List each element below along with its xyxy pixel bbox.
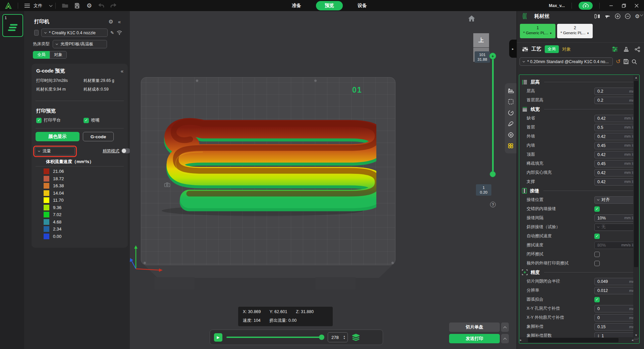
layer-slider-track[interactable] — [492, 56, 494, 174]
move-count-spinbox[interactable]: 278 ▲▼ — [328, 332, 348, 342]
undo-icon[interactable] — [97, 1, 106, 10]
3d-viewport[interactable]: 01 — [130, 11, 517, 349]
setting-checkbox-交错的内墙接缝[interactable]: ✓ — [594, 206, 600, 212]
tab-prepare[interactable]: 准备 — [288, 1, 305, 10]
setting-input-内部实心填充[interactable]: 0.42mm 或 — [594, 169, 639, 177]
filament-collapse-icon[interactable] — [640, 13, 643, 16]
search-settings-icon[interactable] — [632, 59, 637, 64]
scroll-up-icon[interactable]: ▲ — [635, 75, 638, 80]
flow-mode-select[interactable]: 流量 — [35, 147, 75, 155]
fan-support-icon[interactable] — [507, 120, 514, 127]
setting-input-X-Y 外轮廓尺寸补偿[interactable]: 0mm — [594, 314, 639, 321]
redo-icon[interactable] — [109, 1, 118, 10]
tab-preview[interactable]: 预览 — [316, 1, 343, 10]
close-button[interactable] — [632, 2, 641, 10]
open-folder-icon[interactable] — [61, 1, 69, 10]
setting-select-接缝位置[interactable]: 对齐 — [594, 196, 639, 204]
layer-range-slider[interactable]: 101 31.88 + 1 0.20 ? — [475, 51, 505, 216]
file-menu[interactable]: 文件 — [23, 1, 52, 10]
setting-input-分辨率[interactable]: 0.012mm — [594, 287, 639, 294]
scrollbar-thumb[interactable] — [634, 81, 638, 267]
scrollbar-thumb[interactable] — [528, 338, 619, 342]
color-display-button[interactable]: 颜色显示 — [36, 132, 79, 141]
scroll-down-icon[interactable]: ▼ — [635, 333, 638, 338]
timeline-slider[interactable] — [226, 337, 324, 338]
plate-thumbnail[interactable]: 1 — [2, 14, 23, 37]
setting-input-层高[interactable]: 0.2mm — [594, 88, 639, 95]
setting-input-顶面[interactable]: 0.42mm 或 — [594, 151, 639, 158]
wifi-icon[interactable] — [117, 31, 122, 35]
layer-view-icon[interactable] — [507, 98, 514, 105]
flush-faucet-icon[interactable] — [604, 13, 610, 19]
spinbox-arrows-icon[interactable]: ▲▼ — [343, 335, 345, 340]
reset-preset-icon[interactable]: ↺ — [616, 58, 621, 65]
remove-filament-icon[interactable] — [625, 13, 631, 19]
setting-checkbox-额外的外墙打印前擦拭[interactable] — [594, 261, 600, 266]
setting-input-缺省[interactable]: 0.42mm 或 — [594, 115, 639, 122]
home-view-icon[interactable] — [468, 15, 475, 22]
send-options-caret[interactable] — [501, 334, 509, 343]
printer-preset-select[interactable]: * Creality K1C 0.4 nozzle — [41, 29, 108, 37]
parameter-table-icon[interactable] — [612, 47, 618, 52]
flow-view-icon[interactable] — [507, 143, 514, 149]
setting-input-切片间隙闭合半径[interactable]: 0.049mm — [594, 278, 639, 285]
process-tab-global[interactable]: 全局 — [545, 45, 559, 53]
horizontal-scrollbar[interactable]: ▲ ▲ — [520, 337, 634, 343]
setting-select-斜拼接缝（试验）[interactable]: 无 — [594, 223, 639, 231]
simple-mode-toggle[interactable] — [121, 148, 130, 153]
speed-gauge-icon[interactable] — [507, 109, 514, 116]
process-tab-object[interactable]: 对象 — [562, 46, 571, 52]
printed-object[interactable] — [148, 112, 376, 219]
setting-input-擦拭速度[interactable]: 80%mm/s 或 — [594, 242, 639, 249]
restore-button[interactable] — [619, 2, 629, 10]
layer-slider-bottom-handle[interactable] — [490, 171, 496, 177]
sync-filament-icon[interactable] — [594, 14, 600, 19]
layer-slider-top-handle[interactable]: + — [489, 53, 496, 59]
gcode-button[interactable]: G-code — [83, 132, 114, 141]
save-preset-icon[interactable] — [624, 59, 629, 64]
setting-checkbox-圆弧拟合[interactable]: ✓ — [594, 297, 600, 302]
view-cube-top-face[interactable]: 上 — [473, 33, 489, 47]
cloud-upload-icon[interactable] — [579, 2, 593, 10]
printer-settings-icon[interactable]: ⚙ — [108, 18, 113, 25]
setting-input-X-Y 孔洞尺寸补偿[interactable]: 0mm — [594, 305, 639, 312]
stamp-preset-icon[interactable] — [624, 47, 629, 52]
help-icon[interactable]: ? — [490, 202, 496, 207]
settings-gear-icon[interactable]: ⚙ — [85, 1, 94, 10]
collapse-panel-icon[interactable]: « — [118, 19, 121, 24]
timeline-slider-thumb[interactable] — [319, 335, 324, 340]
temperature-target-icon[interactable] — [507, 132, 514, 138]
setting-input-首层[interactable]: 0.5mm 或 — [594, 124, 639, 131]
panel-collapse-tab[interactable]: ▸ — [509, 40, 517, 58]
layer-stack-icon[interactable] — [352, 333, 360, 341]
tab-object[interactable]: 对象 — [50, 51, 67, 59]
compare-presets-icon[interactable] — [635, 47, 640, 52]
play-button[interactable]: ▶ — [214, 333, 222, 342]
filament-settings-gear-icon[interactable]: ⚙ — [635, 13, 640, 19]
slice-plate-button[interactable]: 切片单盘 — [449, 322, 500, 332]
tab-device[interactable]: 设备 — [354, 1, 370, 10]
tab-global[interactable]: 全局 — [33, 51, 50, 59]
setting-input-首层层高[interactable]: 0.2mm — [594, 97, 639, 104]
scroll-right-icon[interactable]: ▲ — [630, 339, 635, 342]
minimize-button[interactable] — [606, 2, 616, 10]
scroll-left-icon[interactable]: ▲ — [519, 339, 523, 342]
filament-slot-1[interactable]: 1 * Generic PL... ▼ — [520, 24, 555, 38]
edit-printer-icon[interactable]: ✎ — [110, 30, 114, 35]
setting-input-支撑[interactable]: 0.42mm 或 — [594, 178, 639, 186]
send-print-button[interactable]: 发送打印 — [449, 334, 500, 343]
slice-options-caret[interactable] — [501, 322, 509, 332]
setting-checkbox-闭环擦拭[interactable] — [594, 252, 600, 257]
user-account[interactable]: Max_v... — [549, 3, 565, 8]
process-preset-select[interactable]: * 0.20mm Standard @Creality K1C 0.4 no..… — [520, 57, 613, 66]
vertical-scrollbar[interactable]: ▲ ▼ — [633, 75, 639, 338]
setting-input-接缝间隔[interactable]: 10%mm 或 — [594, 214, 639, 222]
checkbox-print-platform[interactable]: ✓ 打印平台 — [36, 117, 61, 123]
add-filament-icon[interactable] — [615, 13, 621, 19]
line-type-icon[interactable] — [507, 87, 514, 94]
bed-type-select[interactable]: 光滑PEI板/高温板 — [53, 40, 107, 48]
setting-input-稀疏填充[interactable]: 0.45mm 或 — [594, 160, 639, 167]
filament-slot-2[interactable]: 2 * Generic PL... ▼ — [557, 24, 593, 38]
setting-input-象脚补偿[interactable]: 0.15mm — [594, 323, 639, 331]
checkbox-nozzle[interactable]: ✓ 喷嘴 — [84, 117, 100, 123]
